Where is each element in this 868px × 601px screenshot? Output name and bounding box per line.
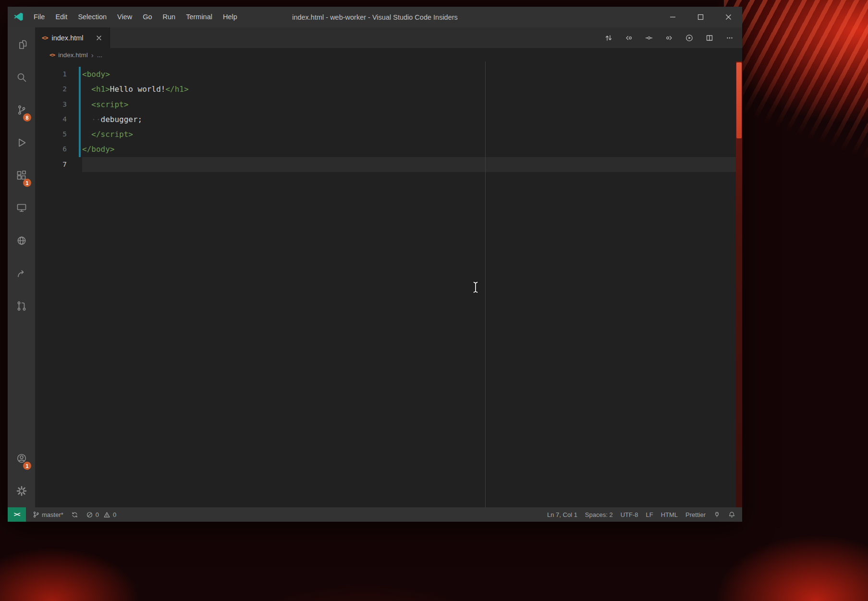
- minimize-icon: [670, 14, 676, 20]
- live-share-icon: [16, 268, 27, 279]
- line-number[interactable]: 6: [35, 142, 67, 157]
- tab-label: index.html: [51, 34, 83, 42]
- line-number[interactable]: 3: [35, 97, 67, 112]
- menu-help[interactable]: Help: [218, 7, 243, 27]
- activity-run-debug[interactable]: [8, 126, 35, 159]
- eol-indicator[interactable]: LF: [642, 507, 657, 522]
- html-file-icon: <>: [49, 52, 55, 58]
- activity-settings[interactable]: [8, 475, 35, 507]
- run-button[interactable]: [679, 27, 699, 48]
- github-pullrequest-icon: [16, 300, 27, 312]
- ports-button[interactable]: [709, 507, 724, 522]
- branch-indicator[interactable]: master*: [29, 507, 67, 522]
- code-line[interactable]: 6</body>: [35, 142, 742, 157]
- code-line[interactable]: 1<body>: [35, 67, 742, 82]
- activity-remote-explorer[interactable]: [8, 192, 35, 224]
- more-actions-button[interactable]: [720, 27, 740, 48]
- eol-label: LF: [646, 511, 653, 518]
- close-icon: [97, 36, 101, 40]
- minimap-scrollbar[interactable]: [736, 61, 742, 507]
- status-bar-right: Ln 7, Col 1 Spaces: 2 UTF-8 LF HTML Pret…: [543, 507, 742, 522]
- activity-explorer[interactable]: [8, 28, 35, 61]
- minimize-button[interactable]: [659, 7, 686, 27]
- activity-globe[interactable]: [8, 224, 35, 257]
- settings-gear-icon: [16, 485, 27, 497]
- code-line-text: <script>: [82, 97, 128, 112]
- git-modified-gutter[interactable]: [79, 67, 81, 82]
- language-label: HTML: [661, 511, 678, 518]
- git-modified-gutter[interactable]: [79, 127, 81, 142]
- explorer-icon: [16, 39, 27, 50]
- menu-file[interactable]: File: [28, 7, 50, 27]
- code-line-text: </script>: [82, 127, 133, 142]
- vscode-window: File Edit Selection View Go Run Terminal…: [8, 7, 742, 522]
- sync-button[interactable]: [67, 507, 82, 522]
- main-area: 8 1: [8, 27, 742, 507]
- line-number[interactable]: 1: [35, 67, 67, 82]
- menu-edit[interactable]: Edit: [50, 7, 73, 27]
- breadcrumb-symbol[interactable]: ...: [97, 51, 102, 59]
- activity-accounts[interactable]: 1: [8, 442, 35, 475]
- current-change-button[interactable]: [639, 27, 659, 48]
- menu-view[interactable]: View: [112, 7, 137, 27]
- plug-icon: [713, 511, 721, 518]
- error-count: 0: [96, 511, 99, 518]
- activity-extensions[interactable]: 1: [8, 159, 35, 192]
- formatter-label: Prettier: [685, 511, 706, 518]
- split-editor-button[interactable]: [699, 27, 720, 48]
- code-line[interactable]: 2 <h1>Hello world!</h1>: [35, 82, 742, 97]
- activity-search[interactable]: [8, 61, 35, 94]
- menu-run[interactable]: Run: [158, 7, 181, 27]
- warning-count: 0: [113, 511, 116, 518]
- code-editor[interactable]: 1<body>2 <h1>Hello world!</h1>3 <script>…: [35, 61, 742, 507]
- formatter-indicator[interactable]: Prettier: [682, 507, 709, 522]
- problems-indicator[interactable]: 0 0: [82, 507, 120, 522]
- warning-icon: [103, 511, 110, 518]
- line-number[interactable]: 7: [35, 157, 67, 172]
- compare-changes-button[interactable]: [599, 27, 619, 48]
- line-number[interactable]: 4: [35, 112, 67, 127]
- notifications-button[interactable]: [724, 507, 739, 522]
- menu-selection[interactable]: Selection: [73, 7, 112, 27]
- close-button[interactable]: [714, 7, 742, 27]
- line-number[interactable]: 5: [35, 127, 67, 142]
- code-line[interactable]: 4 ··debugger;: [35, 112, 742, 127]
- maximize-button[interactable]: [686, 7, 714, 27]
- activity-github-pull-requests[interactable]: [8, 290, 35, 322]
- indentation-label: Spaces: 2: [585, 511, 613, 518]
- window-controls: [659, 7, 742, 27]
- git-modified-gutter[interactable]: [79, 112, 81, 127]
- next-change-icon: [665, 34, 673, 42]
- line-number[interactable]: 2: [35, 82, 67, 97]
- git-modified-gutter[interactable]: [79, 142, 81, 157]
- indentation-indicator[interactable]: Spaces: 2: [581, 507, 617, 522]
- git-modified-gutter[interactable]: [79, 97, 81, 112]
- more-actions-icon: [726, 34, 734, 42]
- code-line[interactable]: 5 </script>: [35, 127, 742, 142]
- menu-terminal[interactable]: Terminal: [181, 7, 218, 27]
- encoding-indicator[interactable]: UTF-8: [617, 507, 642, 522]
- menu-go[interactable]: Go: [137, 7, 157, 27]
- previous-change-button[interactable]: [619, 27, 639, 48]
- activity-live-share[interactable]: [8, 257, 35, 290]
- menu-bar: File Edit Selection View Go Run Terminal…: [28, 7, 243, 27]
- tab-index-html[interactable]: <> index.html: [35, 27, 110, 48]
- breadcrumb-file[interactable]: index.html: [58, 51, 88, 59]
- code-line[interactable]: 7: [35, 157, 742, 172]
- vscode-insiders-logo: [13, 12, 24, 23]
- code-line-text: </body>: [82, 142, 114, 157]
- previous-change-icon: [625, 34, 633, 42]
- line-col-indicator[interactable]: Ln 7, Col 1: [543, 507, 581, 522]
- language-indicator[interactable]: HTML: [657, 507, 682, 522]
- code-line-text: <h1>Hello world!</h1>: [82, 82, 189, 97]
- activity-source-control[interactable]: 8: [8, 94, 35, 126]
- compare-changes-icon: [605, 34, 612, 42]
- line-col-label: Ln 7, Col 1: [547, 511, 577, 518]
- scrollbar-thumb[interactable]: [736, 62, 742, 138]
- git-modified-gutter[interactable]: [79, 82, 81, 97]
- next-change-button[interactable]: [659, 27, 679, 48]
- code-line[interactable]: 3 <script>: [35, 97, 742, 112]
- remote-indicator[interactable]: ><: [8, 507, 26, 522]
- tab-close-button[interactable]: [94, 33, 104, 43]
- search-icon: [16, 72, 27, 83]
